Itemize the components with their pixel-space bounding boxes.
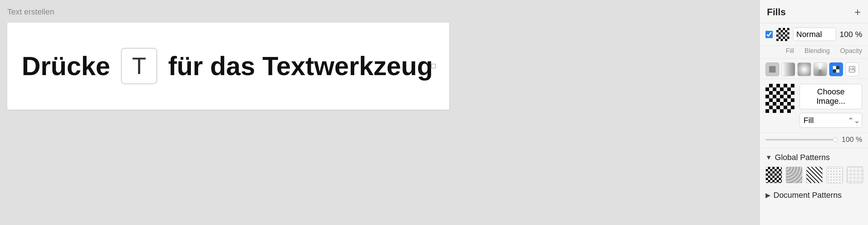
canvas-main-text: Drücke (22, 51, 110, 81)
svg-rect-3 (833, 69, 836, 73)
global-patterns-section: ▼ Global Patterns + (760, 148, 868, 187)
canvas-frame: Drücke T für das Textwerkzeug (7, 22, 449, 110)
svg-rect-1 (833, 66, 836, 69)
checker-preview (765, 84, 794, 113)
fill-type-icons-row (760, 59, 868, 79)
global-patterns-title: Global Patterns (775, 153, 830, 162)
panel-header: Fills + (760, 0, 868, 23)
pattern-swatch-diagonal[interactable] (806, 167, 823, 183)
pattern-swatch-grid[interactable] (847, 167, 863, 183)
blend-mode-wrapper: Normal Multiply Screen Overlay (793, 28, 836, 41)
fill-type-pattern[interactable] (829, 62, 843, 76)
pattern-swatch-dots[interactable] (826, 167, 843, 183)
svg-rect-0 (769, 66, 776, 73)
document-patterns-section: ▶ Document Patterns (760, 187, 868, 204)
document-patterns-header[interactable]: ▶ Document Patterns (765, 191, 862, 200)
svg-rect-2 (836, 66, 839, 69)
fill-type-angular[interactable] (813, 62, 827, 76)
fill-enabled-checkbox[interactable] (765, 31, 773, 38)
fills-panel: Fills + Normal Multiply Screen Overlay 1… (759, 0, 868, 225)
pattern-fill-section: Choose Image... Fill Fit Stretch Tile ⌃⌄ (760, 79, 868, 133)
pattern-swatch-checker[interactable] (765, 167, 782, 183)
fill-row: Normal Multiply Screen Overlay 100 % (760, 23, 868, 46)
opacity-slider[interactable] (765, 139, 838, 140)
canvas-label: Text erstellen (7, 7, 752, 17)
fill-color-swatch[interactable] (776, 28, 789, 41)
fills-add-button[interactable]: + (854, 7, 861, 18)
fill-type-select-wrapper: Fill Fit Stretch Tile ⌃⌄ (800, 113, 862, 128)
fill-type-select[interactable]: Fill Fit Stretch Tile (800, 113, 862, 128)
canvas-t-icon: T (121, 48, 157, 84)
sub-labels-row: Fill Blending Opacity (760, 46, 868, 59)
opacity-label: Opacity (840, 47, 862, 55)
slider-row: 100 % (760, 133, 868, 148)
slider-percent: 100 % (842, 135, 862, 144)
fill-label: Fill (765, 47, 794, 55)
fill-type-linear[interactable] (781, 62, 795, 76)
document-patterns-collapse-icon: ▶ (765, 191, 771, 199)
canvas-instruction-text: für das Textwerkzeug (168, 51, 433, 81)
blend-mode-select[interactable]: Normal Multiply Screen Overlay (793, 28, 836, 41)
fill-options-right: Choose Image... Fill Fit Stretch Tile ⌃⌄ (800, 84, 862, 128)
fill-type-image[interactable] (845, 62, 859, 76)
pattern-swatch-wave[interactable] (786, 167, 802, 183)
choose-image-button[interactable]: Choose Image... (800, 84, 862, 109)
fill-type-solid[interactable] (765, 62, 779, 76)
global-patterns-collapse-icon: ▼ (765, 154, 772, 161)
global-patterns-header[interactable]: ▼ Global Patterns (765, 153, 862, 162)
svg-rect-4 (836, 69, 839, 73)
svg-point-6 (852, 68, 854, 69)
fill-type-radial[interactable] (797, 62, 811, 76)
opacity-value: 100 % (840, 30, 862, 39)
patterns-row: + (765, 167, 862, 183)
blending-label: Blending (794, 47, 840, 55)
panel-title: Fills (767, 7, 786, 18)
canvas-instruction-wrapper: für das Textwerkzeug (168, 51, 433, 81)
canvas-area: Text erstellen Drücke T für das Textwerk… (0, 0, 759, 225)
document-patterns-title: Document Patterns (773, 191, 842, 200)
checker-preview-inner (765, 84, 794, 113)
